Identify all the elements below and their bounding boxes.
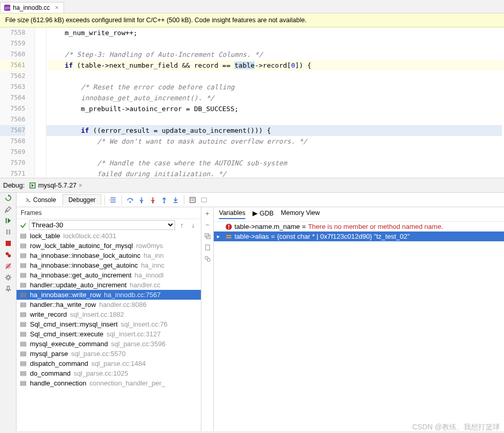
thread-select[interactable]: Thread-30	[29, 220, 175, 230]
stackframe-icon	[20, 252, 27, 259]
frame-row[interactable]: mysql_parse sql_parse.cc:5570	[17, 349, 201, 359]
svg-rect-37	[21, 257, 26, 258]
wrench-icon[interactable]	[4, 205, 12, 213]
editor-tab-label: ha_innodb.cc	[13, 4, 50, 11]
svg-rect-42	[21, 275, 26, 276]
pause-icon[interactable]	[4, 228, 12, 236]
duplicate-watch-icon[interactable]	[203, 232, 212, 240]
svg-rect-38	[21, 264, 26, 265]
run-to-cursor-icon[interactable]	[170, 195, 181, 205]
frame-fn: dispatch_command	[30, 360, 88, 367]
step-out-icon[interactable]	[159, 195, 169, 205]
force-step-into-icon[interactable]	[148, 195, 158, 205]
code-area[interactable]: m_num_write_row++; /* Step-3: Handling o…	[46, 27, 504, 178]
stackframe-icon	[20, 380, 27, 387]
next-frame-icon[interactable]: ↓	[188, 221, 198, 230]
run-config-name: mysql-5.7.27	[38, 181, 76, 189]
evaluate-expression-icon[interactable]	[187, 195, 198, 205]
editor-tabbar: c++ ha_innodb.cc ×	[0, 0, 504, 13]
stackframe-icon	[20, 282, 27, 289]
svg-rect-72	[21, 373, 26, 374]
gdb-tab[interactable]: ▶ GDB	[253, 209, 274, 219]
frame-row[interactable]: ha_innobase::innobase_lock_autoinc ha_in…	[17, 251, 201, 260]
frame-row[interactable]: ha_innobase::write_row ha_innodb.cc:7567	[17, 290, 201, 300]
variables-tab[interactable]: Variables	[219, 209, 245, 219]
trace-icon[interactable]	[199, 195, 209, 205]
pin-icon[interactable]	[4, 285, 12, 293]
stackframe-icon	[20, 331, 27, 338]
stop-icon[interactable]	[4, 239, 12, 248]
frame-loc: handler.cc	[130, 281, 160, 289]
frame-row[interactable]: ha_innobase::innobase_get_autoinc ha_inn…	[17, 260, 201, 270]
settings-icon[interactable]	[4, 273, 12, 282]
frame-loc: sql_insert.cc:3127	[106, 330, 161, 338]
svg-rect-68	[21, 362, 26, 363]
run-config-tab[interactable]: mysql-5.7.27 ×	[29, 181, 82, 189]
svg-rect-55	[21, 316, 26, 317]
watch-row[interactable]: ▸table->alias = {const char * | 0x7f123c…	[214, 231, 504, 241]
frames-list[interactable]: lock_table lock0lock.cc:4031row_lock_tab…	[17, 231, 201, 431]
frame-row[interactable]: Sql_cmd_insert::execute sql_insert.cc:31…	[17, 329, 201, 339]
svg-rect-61	[21, 335, 26, 336]
svg-rect-31	[21, 237, 26, 238]
watch-expr: table->name.m_name	[234, 223, 300, 230]
debugger-tab[interactable]: Debugger	[62, 194, 101, 206]
prev-frame-icon[interactable]: ↑	[177, 221, 186, 230]
variables-tabs: Variables ▶ GDB Memory View	[214, 207, 504, 222]
svg-rect-25	[190, 197, 195, 203]
frames-pane: Frames Thread-30 ↑ ↓ lock_table lock0loc…	[17, 207, 201, 431]
add-watch-icon[interactable]: ＋	[203, 209, 212, 218]
expand-icon[interactable]: ▸	[217, 233, 223, 240]
show-execution-point-icon[interactable]	[108, 195, 118, 205]
view-breakpoints-icon[interactable]	[4, 251, 12, 259]
frame-row[interactable]: dispatch_command sql_parse.cc:1484	[17, 359, 201, 368]
frame-loc: ha_innc	[141, 261, 165, 269]
cpp-file-icon: c++	[4, 4, 11, 11]
svg-point-81	[207, 258, 210, 261]
frame-row[interactable]: handler::ha_write_row handler.cc:8086	[17, 300, 201, 310]
frame-row[interactable]: mysql_execute_command sql_parse.cc:3596	[17, 339, 201, 349]
thread-selector-row: Thread-30 ↑ ↓	[17, 219, 201, 231]
frame-fn: handler::ha_write_row	[30, 301, 96, 308]
step-into-icon[interactable]	[136, 195, 147, 205]
remove-watch-icon[interactable]: －	[203, 221, 212, 229]
stackframe-icon	[20, 242, 27, 250]
editor-tab[interactable]: c++ ha_innodb.cc ×	[0, 2, 64, 13]
frame-row[interactable]: Sql_cmd_insert::mysql_insert sql_insert.…	[17, 319, 201, 329]
svg-rect-69	[21, 363, 26, 364]
copy-watch-icon[interactable]	[203, 243, 212, 252]
close-icon[interactable]: ×	[78, 182, 82, 189]
rerun-icon[interactable]	[4, 194, 12, 202]
svg-rect-43	[21, 276, 26, 277]
frame-row[interactable]: lock_table lock0lock.cc:4031	[17, 231, 201, 241]
warning-text: File size (612.96 kB) exceeds configured…	[5, 17, 307, 24]
svg-rect-50	[21, 303, 26, 304]
stackframe-icon	[20, 341, 27, 348]
resume-icon[interactable]	[4, 216, 12, 225]
line-gutter: 7558755975607561756275637564756575667567…	[0, 27, 35, 178]
svg-rect-53	[21, 313, 26, 314]
frame-loc: sql_parse.cc:1484	[91, 360, 146, 367]
frame-row[interactable]: ha_innobase::get_auto_increment ha_innod…	[17, 270, 201, 280]
debugger-tab-label: Debugger	[68, 196, 96, 204]
mute-breakpoints-icon[interactable]	[4, 262, 12, 270]
stackframe-icon	[20, 301, 27, 308]
svg-point-11	[7, 276, 10, 279]
watch-row[interactable]: table->name.m_name = There is no member …	[214, 222, 504, 231]
close-icon[interactable]: ×	[55, 4, 58, 11]
check-icon	[20, 222, 27, 229]
watches-list[interactable]: table->name.m_name = There is no member …	[214, 222, 504, 431]
memory-view-tab[interactable]: Memory View	[281, 209, 320, 219]
svg-rect-44	[21, 283, 26, 284]
frame-row[interactable]: handler::update_auto_increment handler.c…	[17, 280, 201, 290]
console-tab[interactable]: Console	[20, 194, 61, 206]
svg-rect-64	[21, 345, 26, 346]
show-watches-icon[interactable]	[203, 255, 212, 263]
frame-row[interactable]: row_lock_table_autoinc_for_mysql row0mys	[17, 241, 201, 251]
frame-row[interactable]: handle_connection connection_handler_per…	[17, 378, 201, 388]
frame-row[interactable]: do_command sql_parse.cc:1025	[17, 368, 201, 378]
step-over-icon[interactable]	[125, 195, 135, 205]
frame-row[interactable]: write_record sql_insert.cc:1882	[17, 310, 201, 319]
code-editor[interactable]: 7558755975607561756275637564756575667567…	[0, 27, 504, 178]
frame-fn: mysql_execute_command	[30, 340, 108, 348]
